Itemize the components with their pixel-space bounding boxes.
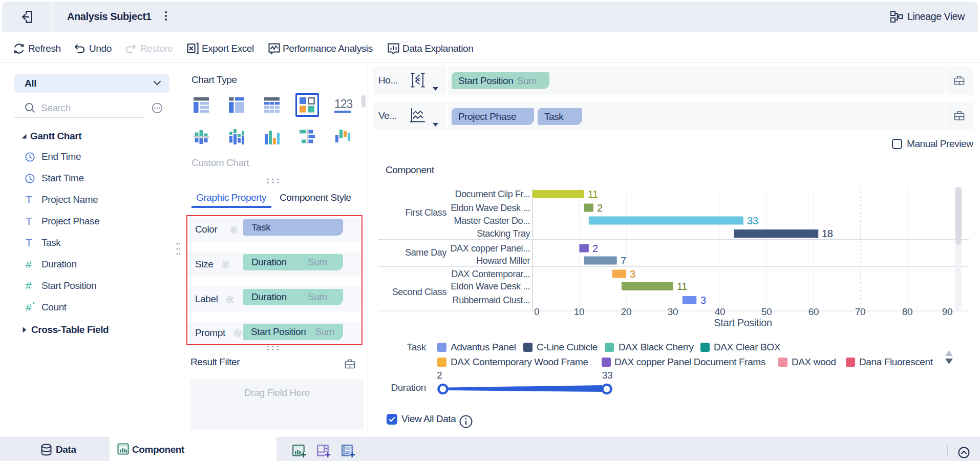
svg-text:123: 123 xyxy=(334,97,353,111)
